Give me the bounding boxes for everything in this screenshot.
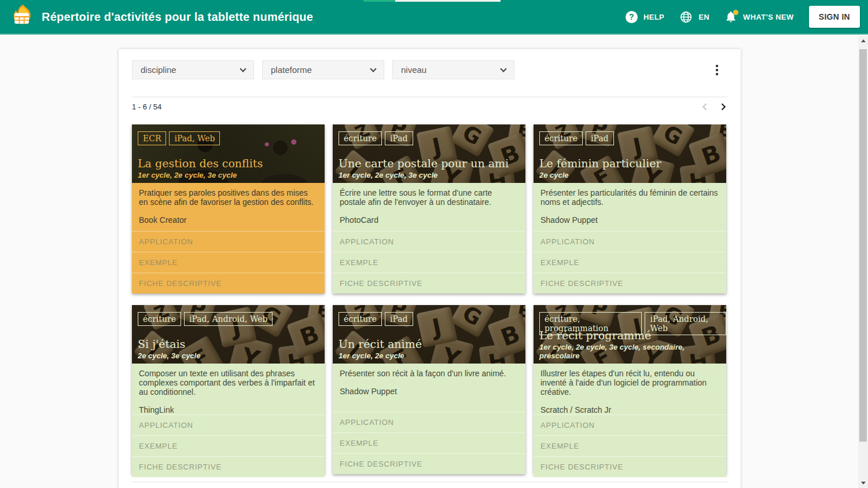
scroll-down-button[interactable] [858, 478, 868, 488]
card-levels: 1er cycle, 2e cycle [339, 351, 521, 360]
card-levels: 2e cycle, 3e cycle [138, 351, 320, 360]
application-link[interactable]: APPLICATION [333, 231, 525, 252]
globe-icon [679, 10, 693, 24]
activity-card: ZEHYFIBGJP écriture iPad Une carte posta… [333, 124, 525, 293]
more-options-button[interactable] [712, 61, 722, 79]
platform-tag: iPad [385, 312, 413, 326]
card-description-area: Présenter son récit à la façon d'un livr… [333, 364, 525, 412]
content-panel: discipline plateforme niveau 1 - 6 / 54 [119, 49, 741, 488]
activity-card: ECR iPad, Web La gestion des conflits 1e… [132, 124, 325, 293]
application-link[interactable]: APPLICATION [534, 414, 726, 435]
language-button[interactable]: EN [679, 10, 709, 24]
card-title: La gestion des conflits [138, 157, 320, 170]
scrollbar-track[interactable] [858, 46, 868, 478]
filter-niveau[interactable]: niveau [392, 60, 514, 79]
sign-in-button[interactable]: SIGN IN [809, 6, 860, 28]
exemple-link[interactable]: EXEMPLE [333, 252, 525, 273]
page-title: Répertoire d'activités pour la tablette … [42, 10, 313, 24]
card-levels: 2e cycle [539, 171, 722, 179]
card-description: Écrire une lettre sous le format d'une c… [340, 188, 518, 207]
card-tags: écriture iPad [339, 131, 413, 145]
card-image: ZEHYFIBGJP écriture, programmation iPad,… [534, 305, 726, 364]
exemple-link[interactable]: EXEMPLE [132, 435, 325, 456]
card-title: Si j'étais [138, 338, 320, 350]
card-description: Présenter son récit à la façon d'un livr… [340, 369, 518, 378]
card-description-area: Illustrer les étapes d'un récit lu, ente… [534, 364, 726, 414]
exemple-link[interactable]: EXEMPLE [333, 432, 525, 453]
card-title: Le féminin particulier [539, 157, 722, 170]
fiche-descriptive-link[interactable]: FICHE DESCRIPTIVE [534, 273, 726, 293]
card-body: Écrire une lettre sous le format d'une c… [333, 183, 525, 293]
card-heading: Si j'étais 2e cycle, 3e cycle [138, 338, 320, 360]
filter-discipline-label: discipline [141, 65, 176, 75]
fiche-descriptive-link[interactable]: FICHE DESCRIPTIVE [132, 456, 325, 477]
filter-plateforme-label: plateforme [271, 65, 312, 75]
discipline-tag: écriture [138, 312, 181, 326]
triangle-up-icon [861, 39, 866, 42]
application-link[interactable]: APPLICATION [132, 414, 325, 435]
card-description: Illustrer les étapes d'un récit lu, ente… [540, 369, 719, 397]
card-body: Composer un texte en utilisant des phras… [132, 364, 325, 477]
card-body: Présenter les particularités du féminin … [534, 183, 726, 293]
exemple-link[interactable]: EXEMPLE [534, 252, 726, 273]
scroll-up-button[interactable] [858, 36, 868, 46]
scrollbar-thumb[interactable] [859, 49, 867, 442]
card-tags: écriture iPad [539, 131, 614, 145]
platform-tag: iPad [385, 131, 413, 145]
card-description-area: Présenter les particularités du féminin … [534, 183, 726, 231]
application-link[interactable]: APPLICATION [534, 231, 726, 252]
card-heading: Le récit programmé 1er cycle, 2e cycle, … [539, 329, 722, 360]
discipline-tag: écriture [539, 131, 583, 145]
fiche-descriptive-link[interactable]: FICHE DESCRIPTIVE [132, 273, 325, 293]
language-label: EN [698, 13, 709, 21]
card-app-name: Shadow Puppet [340, 387, 518, 396]
card-image: ZEHYFIBGJP écriture iPad Un récit animé … [333, 305, 525, 364]
cards-grid: ECR iPad, Web La gestion des conflits 1e… [132, 124, 727, 474]
filter-plateforme[interactable]: plateforme [262, 60, 384, 79]
activity-card: ZEHYFIBGJP écriture iPad, Android, Web S… [132, 305, 325, 474]
fiche-descriptive-link[interactable]: FICHE DESCRIPTIVE [333, 453, 525, 474]
triangle-down-icon [861, 482, 866, 485]
card-levels: 1er cycle, 2e cycle, 3e cycle, secondair… [539, 343, 722, 360]
platform-tag: iPad [586, 131, 614, 145]
card-image: ZEHYFIBGJP écriture iPad, Android, Web S… [132, 305, 325, 364]
application-link[interactable]: APPLICATION [132, 231, 325, 252]
card-tags: écriture iPad, Android, Web [138, 312, 273, 326]
activity-card: ZEHYFIBGJP écriture iPad Un récit animé … [333, 305, 525, 474]
app-header: Répertoire d'activités pour la tablette … [0, 0, 868, 35]
top-strip-white [395, 0, 501, 2]
card-heading: Une carte postale pour un ami 1er cycle,… [339, 157, 521, 179]
chevron-down-icon [500, 65, 506, 72]
card-app-name: Shadow Puppet [540, 215, 719, 225]
card-title: Une carte postale pour un ami [339, 157, 521, 170]
next-page-button[interactable] [719, 102, 727, 111]
prev-page-button[interactable] [701, 102, 709, 111]
help-button[interactable]: HELP [626, 11, 664, 23]
card-app-name: ThingLink [139, 405, 318, 414]
card-description: Composer un texte en utilisant des phras… [139, 369, 318, 397]
card-tags: ECR iPad, Web [138, 131, 220, 145]
card-body: Pratiquer ses paroles positives dans des… [132, 183, 325, 293]
exemple-link[interactable]: EXEMPLE [132, 252, 325, 273]
card-heading: La gestion des conflits 1er cycle, 2e cy… [138, 157, 320, 179]
pagination-bar: 1 - 6 / 54 [132, 97, 727, 116]
card-body: Illustrer les étapes d'un récit lu, ente… [534, 364, 726, 477]
card-app-name: PhotoCard [340, 215, 518, 225]
help-label: HELP [643, 13, 664, 21]
fiche-descriptive-link[interactable]: FICHE DESCRIPTIVE [534, 456, 726, 477]
scrollbar[interactable] [858, 36, 868, 488]
kebab-dot [716, 73, 718, 75]
whats-new-button[interactable]: WHAT'S NEW [724, 10, 794, 23]
filter-niveau-label: niveau [401, 65, 426, 75]
card-levels: 1er cycle, 2e cycle, 3e cycle [138, 171, 320, 179]
kebab-dot [716, 65, 718, 67]
kebab-dot [716, 69, 718, 71]
exemple-link[interactable]: EXEMPLE [534, 435, 726, 456]
results-count: 1 - 6 / 54 [132, 102, 161, 111]
card-title: Un récit animé [339, 338, 521, 350]
bottom-pagination-divider [132, 482, 727, 482]
application-link[interactable]: APPLICATION [333, 412, 525, 432]
filter-discipline[interactable]: discipline [132, 60, 254, 79]
card-heading: Le féminin particulier 2e cycle [539, 157, 722, 179]
fiche-descriptive-link[interactable]: FICHE DESCRIPTIVE [333, 273, 525, 293]
